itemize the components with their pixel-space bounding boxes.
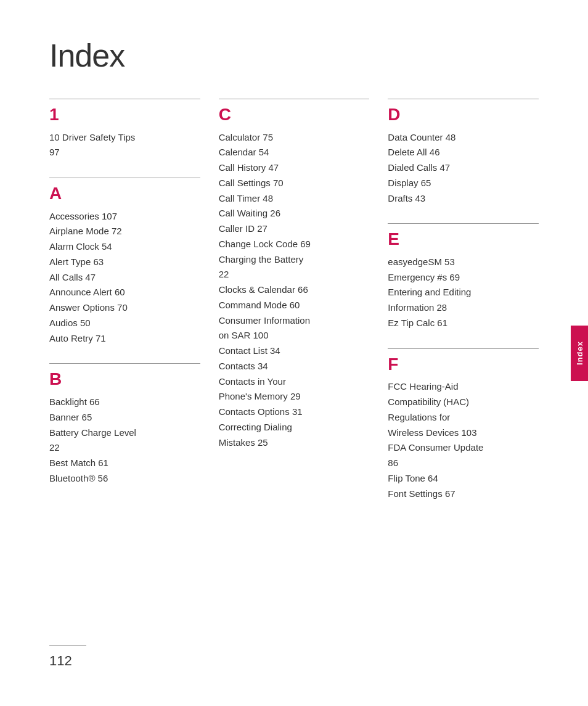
section-letter-c: C — [219, 104, 370, 125]
section-entries-e: easyedgeSM 53 Emergency #s 69 Entering a… — [388, 255, 539, 331]
section-entries-c: Calculator 75 Calendar 54 Call History 4… — [219, 130, 370, 451]
section-letter-d: D — [388, 104, 539, 125]
section-c: C Calculator 75 Calendar 54 Call History… — [219, 99, 370, 450]
section-letter-a: A — [49, 183, 200, 204]
section-f: F FCC Hearing-Aid Compatibility (HAC) Re… — [388, 348, 539, 502]
page-number: 112 — [49, 653, 72, 668]
page: Index 1 10 Driver Safety Tips 97 A Acces… — [0, 0, 588, 706]
bottom-divider — [49, 645, 86, 646]
section-divider-c — [219, 99, 370, 99]
index-grid: 1 10 Driver Safety Tips 97 A Accessories… — [49, 99, 539, 519]
section-b: B Backlight 66 Banner 65 Battery Charge … — [49, 363, 200, 486]
section-divider-e — [388, 223, 539, 224]
section-letter-f: F — [388, 354, 539, 375]
bottom-bar: 112 — [49, 645, 539, 669]
section-e: E easyedgeSM 53 Emergency #s 69 Entering… — [388, 223, 539, 330]
section-entries-f: FCC Hearing-Aid Compatibility (HAC) Regu… — [388, 379, 539, 501]
section-d: D Data Counter 48 Delete All 46 Dialed C… — [388, 99, 539, 206]
column-1: 1 10 Driver Safety Tips 97 A Accessories… — [49, 99, 200, 519]
section-entries-a: Accessories 107 Airplane Mode 72 Alarm C… — [49, 209, 200, 347]
column-3: D Data Counter 48 Delete All 46 Dialed C… — [388, 99, 539, 519]
section-entries-1: 10 Driver Safety Tips 97 — [49, 130, 200, 161]
section-letter-b: B — [49, 369, 200, 390]
section-1: 1 10 Driver Safety Tips 97 — [49, 99, 200, 160]
section-divider-d — [388, 99, 539, 99]
sidebar-tab-label: Index — [575, 341, 584, 365]
section-letter-e: E — [388, 229, 539, 250]
section-letter-1: 1 — [49, 104, 200, 125]
page-title: Index — [49, 37, 539, 74]
section-divider-a — [49, 178, 200, 178]
section-divider-b — [49, 363, 200, 364]
section-divider-f — [388, 348, 539, 349]
sidebar-tab: Index — [571, 326, 588, 381]
section-entries-b: Backlight 66 Banner 65 Battery Charge Le… — [49, 395, 200, 486]
section-a: A Accessories 107 Airplane Mode 72 Alarm… — [49, 178, 200, 346]
section-divider — [49, 99, 200, 99]
column-2: C Calculator 75 Calendar 54 Call History… — [219, 99, 370, 519]
section-entries-d: Data Counter 48 Delete All 46 Dialed Cal… — [388, 130, 539, 207]
